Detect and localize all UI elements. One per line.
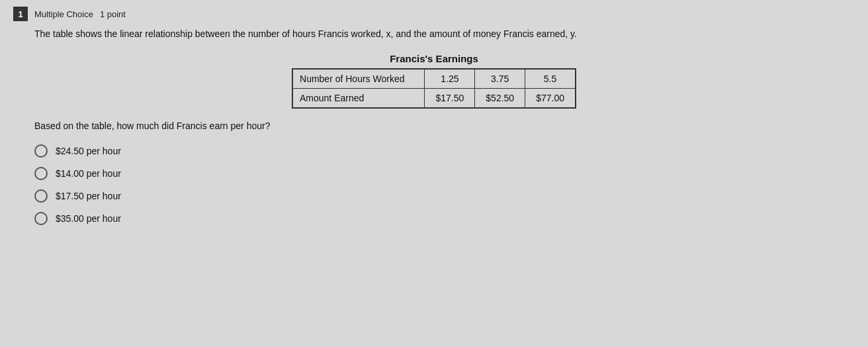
row2-val2: $52.50: [475, 88, 525, 108]
option-1[interactable]: $24.50 per hour: [34, 144, 855, 158]
row1-val2: 3.75: [475, 69, 525, 89]
table-section: Francis's Earnings Number of Hours Worke…: [13, 53, 855, 109]
option-3-label: $17.50 per hour: [56, 191, 121, 201]
row2-val3: $77.00: [525, 88, 576, 108]
follow-up-text: Based on the table, how much did Francis…: [34, 121, 855, 131]
table-row-1: Number of Hours Worked 1.25 3.75 5.5: [292, 69, 576, 89]
page-container: 1 Multiple Choice 1 point The table show…: [0, 0, 868, 347]
row1-val3: 5.5: [525, 69, 576, 89]
answer-options: $24.50 per hour $14.00 per hour $17.50 p…: [34, 144, 855, 225]
earnings-table: Number of Hours Worked 1.25 3.75 5.5 Amo…: [292, 68, 576, 109]
question-header: 1 Multiple Choice 1 point: [13, 7, 855, 21]
row1-label: Number of Hours Worked: [292, 69, 425, 89]
option-3[interactable]: $17.50 per hour: [34, 189, 855, 203]
radio-3[interactable]: [34, 189, 48, 203]
question-number: 1: [13, 7, 28, 21]
option-4[interactable]: $35.00 per hour: [34, 212, 855, 225]
option-2-label: $14.00 per hour: [56, 168, 121, 179]
radio-4[interactable]: [34, 212, 48, 225]
row2-val1: $17.50: [425, 88, 475, 108]
option-1-label: $24.50 per hour: [56, 146, 121, 156]
radio-2[interactable]: [34, 167, 48, 180]
row1-val1: 1.25: [425, 69, 475, 89]
row2-label: Amount Earned: [292, 88, 425, 108]
question-points: 1 point: [100, 9, 126, 19]
table-row-2: Amount Earned $17.50 $52.50 $77.00: [292, 88, 576, 108]
question-type: Multiple Choice: [34, 9, 93, 19]
option-2[interactable]: $14.00 per hour: [34, 167, 855, 180]
question-text: The table shows the linear relationship …: [34, 28, 855, 41]
radio-1[interactable]: [34, 144, 48, 158]
option-4-label: $35.00 per hour: [56, 213, 121, 224]
table-title: Francis's Earnings: [390, 53, 478, 64]
